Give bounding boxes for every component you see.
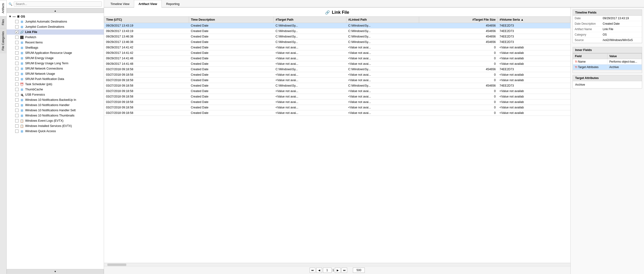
- sidebar-item-21[interactable]: ⊞Windows Quick Access: [7, 129, 104, 134]
- scroll-up-arrow[interactable]: ▲: [7, 8, 104, 13]
- sidebar-item-6[interactable]: ⊞SRUM Application Resource Usage: [7, 50, 104, 55]
- sidebar-item-12[interactable]: ⏰Task Scheduler (job): [7, 82, 104, 87]
- inner-fields-scroll[interactable]: Field Value TI NamePerforms object-bas..…: [573, 53, 642, 70]
- table-row[interactable]: 03/27/2018 09:18:58Created DateC:\Window…: [104, 67, 570, 72]
- checkbox-21[interactable]: [15, 130, 18, 133]
- sidebar-item-10[interactable]: ⊞SRUM Network Usage: [7, 71, 104, 76]
- search-input[interactable]: [14, 1, 102, 7]
- sidebar-item-1[interactable]: ⊞Jumplist Custom Destinations: [7, 24, 104, 29]
- checkbox-4[interactable]: [15, 41, 18, 44]
- sidebar-item-18[interactable]: ⊞Windows 10 Notifications Thumbnails: [7, 113, 104, 118]
- cell-time: 03/27/2018 09:18:58: [104, 99, 189, 105]
- vtab-file-categories[interactable]: File Categories: [0, 28, 6, 53]
- sidebar-item-11[interactable]: ⊞SRUM Push Notification Data: [7, 76, 104, 82]
- checkbox-1[interactable]: [15, 25, 18, 28]
- checkbox-0[interactable]: [15, 20, 18, 23]
- pagination-prev[interactable]: ◀: [316, 268, 322, 273]
- table-row[interactable]: 09/29/2017 13:46:38Created DateC:\Window…: [104, 39, 570, 45]
- sidebar-item-2[interactable]: 🔗Link File: [7, 29, 104, 35]
- table-row[interactable]: 03/27/2018 09:18:58Created Date<Value no…: [104, 94, 570, 99]
- cell-volumeSerial: <Value not availab: [498, 50, 570, 56]
- checkbox-9[interactable]: [15, 67, 18, 70]
- checkbox-20[interactable]: [15, 124, 18, 128]
- table-row[interactable]: 03/27/2018 09:18:58Created Date<Value no…: [104, 72, 570, 78]
- checkbox-18[interactable]: [15, 114, 18, 117]
- sidebar-item-9[interactable]: ⊞SRUM Network Connections: [7, 66, 104, 71]
- sidebar-item-label-19: Windows Event Logs (EVTX): [25, 119, 64, 122]
- sidebar-item-7[interactable]: ⊞SRUM Energy Usage: [7, 55, 104, 61]
- checkbox-2[interactable]: [15, 30, 18, 34]
- table-row[interactable]: 03/27/2018 09:18:58Created Date<Value no…: [104, 99, 570, 105]
- checkbox-6[interactable]: [15, 51, 18, 54]
- cell-volumeSerial: 74EE2D73: [498, 28, 570, 34]
- table-row[interactable]: 03/27/2018 09:18:58Created Date<Value no…: [104, 78, 570, 83]
- tree-expand-icon[interactable]: ▼: [8, 15, 12, 18]
- inner-col-value[interactable]: Value: [608, 54, 642, 59]
- vtab-files[interactable]: Files: [0, 16, 6, 28]
- checkbox-11[interactable]: [15, 77, 18, 81]
- pagination-page-input[interactable]: [323, 268, 332, 273]
- sidebar-item-5[interactable]: ⊞Shellbags: [7, 45, 104, 50]
- col-header-desc[interactable]: Time Description: [189, 16, 274, 23]
- table-row[interactable]: 09/29/2017 13:46:38Created DateC:\Window…: [104, 34, 570, 39]
- pagination-count[interactable]: [353, 268, 365, 273]
- checkbox-17[interactable]: [15, 109, 18, 112]
- checkbox-16[interactable]: [15, 103, 18, 107]
- sidebar-item-19[interactable]: 📋Windows Event Logs (EVTX): [7, 118, 104, 123]
- checkbox-14[interactable]: [15, 93, 18, 96]
- col-header-linked[interactable]: #Linked Path: [346, 16, 419, 23]
- inner-field-row-1[interactable]: TI Target AttributesArchive: [573, 64, 642, 70]
- inner-field-row-0[interactable]: TI NamePerforms object-bas...: [573, 59, 642, 64]
- tree-collapse-icon[interactable]: —: [12, 15, 16, 18]
- pagination-last[interactable]: ⏭: [342, 268, 347, 273]
- checkbox-8[interactable]: [15, 62, 18, 65]
- table-row[interactable]: 03/27/2018 09:18:58Created Date<Value no…: [104, 88, 570, 94]
- checkbox-3[interactable]: [15, 35, 18, 39]
- pagination-first[interactable]: ⏮: [310, 268, 315, 273]
- table-row[interactable]: 09/29/2017 14:41:48Created Date<Value no…: [104, 56, 570, 61]
- sidebar-item-14[interactable]: 🔌USB Forensics: [7, 92, 104, 97]
- checkbox-13[interactable]: [15, 88, 18, 91]
- sidebar-item-20[interactable]: 📋Windows Installed Services (EVTX): [7, 123, 104, 129]
- tab-reporting[interactable]: Reporting: [162, 0, 184, 7]
- checkbox-12[interactable]: [15, 83, 18, 86]
- tab-timeline-view[interactable]: Timeline View: [106, 0, 134, 7]
- horizontal-scrollbar[interactable]: [104, 263, 570, 266]
- cell-desc: Created Date: [189, 50, 274, 56]
- col-header-time[interactable]: Time (UTC): [104, 16, 189, 23]
- field-label-2: Artifact Name: [575, 27, 601, 31]
- table-row[interactable]: 09/29/2017 14:41:42Created Date<Value no…: [104, 50, 570, 56]
- sidebar-item-3[interactable]: ⬛Prefetch: [7, 35, 104, 40]
- sidebar-item-15[interactable]: ⊞Windows 10 Notifications BackedUp In: [7, 97, 104, 102]
- col-header-target[interactable]: #Target Path: [274, 16, 346, 23]
- cell-targetSize: 0: [419, 105, 498, 110]
- pagination-next[interactable]: ▶: [335, 268, 340, 273]
- table-row[interactable]: 09/29/2017 13:43:19Created DateC:\Window…: [104, 28, 570, 34]
- table-row[interactable]: 03/27/2018 09:18:58Created Date<Value no…: [104, 110, 570, 116]
- table-row[interactable]: 03/27/2018 09:18:58Created Date<Value no…: [104, 105, 570, 110]
- checkbox-15[interactable]: [15, 98, 18, 102]
- inner-col-field[interactable]: Field: [573, 54, 608, 59]
- checkbox-10[interactable]: [15, 72, 18, 75]
- sidebar-item-0[interactable]: ⊞Jumplist Automatic Destinations: [7, 19, 104, 24]
- cell-time: 09/29/2017 13:46:38: [104, 39, 189, 45]
- sidebar-item-4[interactable]: ⊞Recent Items: [7, 40, 104, 45]
- checkbox-7[interactable]: [15, 56, 18, 60]
- col-header-vol[interactable]: #Volume Seria ▲: [498, 16, 570, 23]
- sidebar-item-16[interactable]: ⊞Windows 10 Notifications Handler: [7, 102, 104, 108]
- vtab-artifacts[interactable]: Artifacts: [0, 0, 6, 16]
- table-row[interactable]: 09/29/2017 14:41:42Created Date<Value no…: [104, 45, 570, 50]
- table-row[interactable]: 09/29/2017 14:41:48Created Date<Value no…: [104, 61, 570, 67]
- table-row[interactable]: 09/29/2017 13:43:19Created DateC:\Window…: [104, 23, 570, 28]
- checkbox-19[interactable]: [15, 119, 18, 122]
- sidebar-item-13[interactable]: ⊞ThumbCache: [7, 87, 104, 92]
- table-scroll[interactable]: Time (UTC) Time Description #Target Path…: [104, 16, 570, 263]
- inner-scroll-bar[interactable]: [573, 70, 642, 73]
- checkbox-5[interactable]: [15, 46, 18, 49]
- scroll-down-arrow[interactable]: ▼: [7, 269, 104, 274]
- sidebar-item-8[interactable]: ⊞SRUM Energy Usage Long Term: [7, 61, 104, 66]
- table-row[interactable]: 03/27/2018 09:18:58Created DateC:\Window…: [104, 83, 570, 88]
- tab-artifact-view[interactable]: Artifact View: [134, 0, 162, 7]
- sidebar-item-17[interactable]: ⊞Windows 10 Notifications Handler Sett: [7, 108, 104, 113]
- col-header-size[interactable]: #Target File Size: [419, 16, 498, 23]
